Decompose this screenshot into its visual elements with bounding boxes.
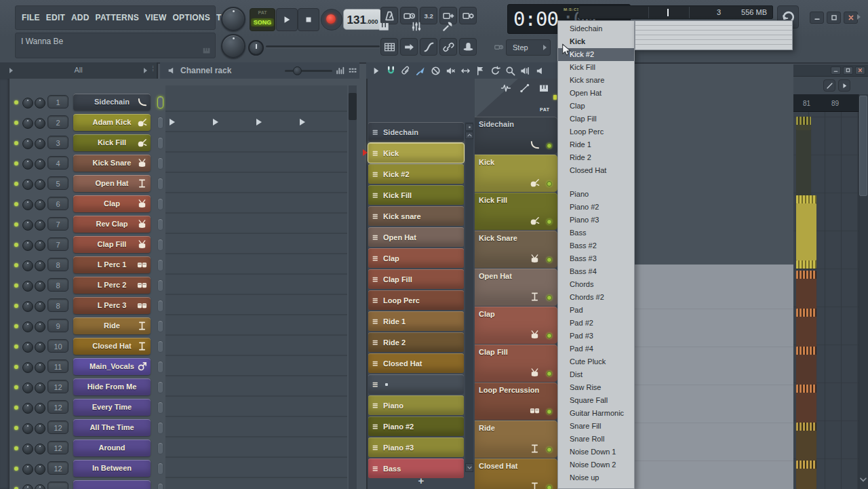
channel-enable-led[interactable] xyxy=(14,406,18,410)
channel-pan-knob[interactable] xyxy=(22,383,33,393)
menu-bar-item[interactable]: PATTERNS xyxy=(96,13,140,22)
master-pitch-knob[interactable] xyxy=(221,7,245,31)
channel-menu-item[interactable]: Loop Perc xyxy=(558,125,634,138)
channel-button[interactable]: Sidechain xyxy=(73,94,151,111)
picker-channel-row[interactable]: Sidechain xyxy=(368,122,464,142)
track-enable-led[interactable] xyxy=(547,447,552,452)
channel-mute-pill[interactable] xyxy=(157,259,163,271)
picker-channel-row[interactable]: Clap xyxy=(368,248,464,268)
playlist-window-button[interactable] xyxy=(831,66,841,75)
channel-rack-titlebar[interactable]: Channel rack xyxy=(160,62,359,79)
channel-volume-knob[interactable] xyxy=(35,464,45,475)
play-button[interactable] xyxy=(276,8,298,31)
channel-menu-item[interactable]: Ride 2 xyxy=(558,151,634,164)
channel-mute-pill[interactable] xyxy=(157,340,163,353)
playlist-tool-icon[interactable] xyxy=(535,66,545,76)
channel-mixer-track-number[interactable] xyxy=(47,482,68,489)
channel-button[interactable]: Every Time xyxy=(73,399,151,416)
playlist-clip[interactable] xyxy=(796,195,816,203)
channel-mixer-track-number[interactable]: 12 xyxy=(47,420,68,434)
playlist-scrollbar-thumb[interactable] xyxy=(859,96,867,196)
channel-mixer-track-number[interactable]: 7 xyxy=(47,217,68,231)
playlist-clip[interactable] xyxy=(796,385,816,423)
tab-plugin[interactable] xyxy=(441,20,454,33)
channel-mixer-track-number[interactable]: 3 xyxy=(47,136,68,149)
channel-menu-item[interactable]: Piano xyxy=(558,188,634,201)
picker-channel-row[interactable]: Kick #2 xyxy=(368,164,464,184)
channel-pan-knob[interactable] xyxy=(22,179,33,190)
playlist-tool-icon[interactable] xyxy=(490,66,500,76)
channel-menu-item[interactable]: Bass xyxy=(558,227,634,239)
channel-enable-led[interactable] xyxy=(14,304,18,308)
channel-menu-item[interactable]: Square Fall xyxy=(558,394,634,407)
channel-menu-item[interactable]: Pad #3 xyxy=(558,330,634,343)
chevron-right-icon[interactable] xyxy=(857,14,861,20)
channel-pan-knob[interactable] xyxy=(22,301,33,312)
picker-channel-row[interactable]: Piano #3 xyxy=(368,437,464,457)
playlist-scroll-down-button[interactable] xyxy=(859,475,868,484)
playlist-tool-button[interactable] xyxy=(823,79,835,92)
pattern-menu-icon[interactable] xyxy=(202,46,211,55)
playlist-tool-icon[interactable] xyxy=(460,66,471,76)
channel-mixer-track-number[interactable]: 12 xyxy=(47,461,68,475)
track-enable-led[interactable] xyxy=(547,371,552,376)
channel-button[interactable]: Main_Vocals xyxy=(73,358,151,375)
channel-button[interactable]: Ride xyxy=(73,317,151,334)
channel-pan-knob[interactable] xyxy=(22,362,33,373)
channel-button[interactable]: Kick Fill xyxy=(73,134,151,151)
channel-mixer-track-number[interactable]: 4 xyxy=(47,156,68,170)
tab-pat-label[interactable]: PAT xyxy=(540,107,549,112)
toolbar-toggle-button[interactable] xyxy=(420,38,437,56)
channel-button[interactable]: Hide From Me xyxy=(73,378,151,395)
maximize[interactable] xyxy=(827,12,841,24)
picker-scroll-top-button[interactable] xyxy=(465,123,473,131)
playlist-ruler[interactable]: 81 89 xyxy=(793,94,859,112)
track-header[interactable]: Clap Fill xyxy=(475,345,557,382)
channel-mute-pill[interactable] xyxy=(157,157,163,170)
track-enable-led[interactable] xyxy=(547,219,552,224)
playlist-clip[interactable] xyxy=(796,347,816,385)
rack-scrollbar-thumb[interactable] xyxy=(349,93,357,120)
channel-mixer-track-number[interactable]: 8 xyxy=(47,258,68,271)
playlist-tool-icon[interactable] xyxy=(401,66,411,76)
channel-menu-item[interactable]: Snare Fill xyxy=(558,420,634,433)
channel-pan-knob[interactable] xyxy=(22,240,33,251)
channel-volume-knob[interactable] xyxy=(35,138,45,149)
channel-menu-item[interactable]: Closed Hat xyxy=(558,164,634,177)
channel-enable-led[interactable] xyxy=(14,426,18,430)
channel-menu-item[interactable]: Sidechain xyxy=(558,22,634,35)
playlist-tool-icon[interactable] xyxy=(475,66,486,76)
channel-volume-knob[interactable] xyxy=(35,260,45,271)
track-header[interactable]: Kick Fill xyxy=(475,193,557,230)
track-header[interactable]: Open Hat xyxy=(475,269,557,306)
channel-pan-knob[interactable] xyxy=(22,464,33,475)
channel-menu-item[interactable]: Ride 1 xyxy=(558,138,634,151)
channel-pan-knob[interactable] xyxy=(22,260,33,271)
channel-enable-led[interactable] xyxy=(14,141,18,145)
channel-button[interactable]: Around xyxy=(73,439,151,456)
channel-mute-pill[interactable] xyxy=(157,198,163,210)
tab-piano[interactable] xyxy=(538,83,549,94)
channel-button[interactable]: Closed Hat xyxy=(73,338,151,355)
channel-mixer-track-number[interactable]: 1 xyxy=(47,95,68,109)
minimize[interactable] xyxy=(810,12,824,24)
playlist-tool-icon[interactable] xyxy=(371,66,381,76)
rack-scrollbar[interactable] xyxy=(349,85,357,489)
playlist-window-button[interactable] xyxy=(855,66,865,75)
playlist-clip[interactable] xyxy=(796,203,816,260)
pat-song-switch[interactable]: PAT SONG xyxy=(250,8,275,31)
channel-volume-knob[interactable] xyxy=(35,240,45,251)
channel-mute-pill[interactable] xyxy=(157,402,163,414)
channel-mixer-track-number[interactable]: 5 xyxy=(47,176,68,190)
channel-mute-pill[interactable] xyxy=(157,239,163,251)
channel-button[interactable] xyxy=(73,480,151,489)
channel-mixer-track-number[interactable]: 8 xyxy=(47,278,68,292)
menu-bar-item[interactable]: ADD xyxy=(71,13,90,22)
channel-volume-knob[interactable] xyxy=(35,484,45,489)
playlist-tool-icon[interactable] xyxy=(431,66,441,76)
channel-menu-item[interactable]: Chords xyxy=(558,278,634,291)
track-header[interactable]: Ride xyxy=(475,420,557,458)
channel-mute-pill[interactable] xyxy=(157,279,163,292)
channel-enable-led[interactable] xyxy=(14,121,18,125)
channel-mute-pill[interactable] xyxy=(157,361,163,373)
